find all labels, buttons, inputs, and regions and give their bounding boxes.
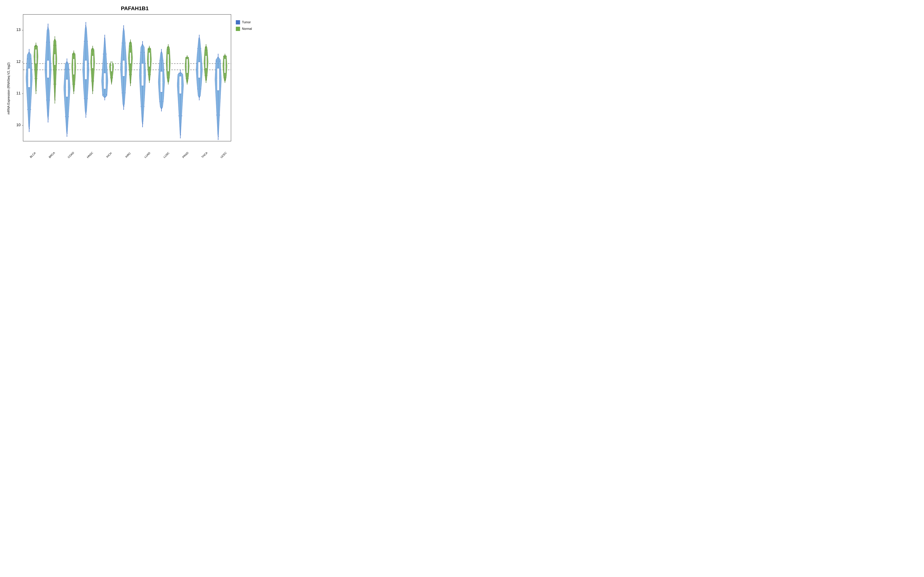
svg-point-200 xyxy=(167,49,168,50)
svg-point-188 xyxy=(159,60,160,61)
svg-point-56 xyxy=(53,45,54,45)
svg-point-21 xyxy=(31,109,31,110)
svg-point-257 xyxy=(218,139,218,140)
svg-point-27 xyxy=(36,42,36,43)
svg-point-69 xyxy=(68,116,69,117)
svg-point-233 xyxy=(199,100,200,100)
svg-point-185 xyxy=(161,111,162,111)
svg-point-30 xyxy=(36,90,37,91)
svg-point-99 xyxy=(92,45,93,46)
svg-point-198 xyxy=(168,81,169,81)
svg-point-238 xyxy=(197,89,198,89)
svg-point-196 xyxy=(168,47,168,48)
svg-point-159 xyxy=(142,41,143,42)
svg-point-197 xyxy=(168,84,169,84)
svg-point-33 xyxy=(37,78,37,79)
svg-point-128 xyxy=(110,61,111,62)
svg-point-57 xyxy=(55,84,56,84)
svg-point-55 xyxy=(55,45,56,45)
svg-point-94 xyxy=(84,98,85,99)
svg-point-126 xyxy=(111,81,112,81)
svg-point-106 xyxy=(91,81,92,81)
y-axis-label: mRNA Expression (RNASeq V2, log2) xyxy=(5,13,13,164)
svg-point-223 xyxy=(188,57,189,58)
svg-point-237 xyxy=(200,89,201,89)
svg-point-91 xyxy=(87,41,88,42)
svg-point-51 xyxy=(55,36,55,37)
svg-point-250 xyxy=(205,75,205,76)
svg-point-209 xyxy=(180,137,181,138)
svg-text:13: 13 xyxy=(16,27,21,32)
svg-point-220 xyxy=(186,58,187,59)
legend-tumor: Tumor xyxy=(236,20,263,24)
chart-title: PAFAH1B1 xyxy=(5,3,265,13)
svg-text:10: 10 xyxy=(16,122,21,127)
svg-point-113 xyxy=(104,100,105,100)
svg-point-258 xyxy=(218,136,219,137)
svg-point-199 xyxy=(169,49,170,50)
svg-point-175 xyxy=(150,49,151,50)
svg-point-67 xyxy=(68,69,69,69)
svg-point-234 xyxy=(199,97,200,97)
legend-normal-label: Normal xyxy=(242,27,252,31)
svg-point-222 xyxy=(187,81,188,81)
svg-point-75 xyxy=(73,50,74,51)
svg-point-269 xyxy=(225,82,225,83)
svg-point-186 xyxy=(162,108,162,108)
svg-point-138 xyxy=(124,106,124,106)
svg-point-87 xyxy=(86,22,86,23)
svg-text:11: 11 xyxy=(16,91,21,95)
svg-rect-179 xyxy=(160,71,163,92)
svg-point-118 xyxy=(103,94,103,95)
chart-area: mRNA Expression (RNASeq V2, log2) xyxy=(5,13,265,164)
svg-point-54 xyxy=(55,100,56,100)
svg-point-45 xyxy=(49,100,50,100)
svg-point-207 xyxy=(180,69,181,70)
svg-rect-167 xyxy=(149,52,150,66)
svg-rect-23 xyxy=(35,49,37,63)
svg-point-150 xyxy=(131,82,131,83)
svg-point-195 xyxy=(168,44,169,45)
svg-point-32 xyxy=(34,45,35,46)
svg-point-214 xyxy=(178,115,179,116)
svg-point-243 xyxy=(205,44,206,45)
svg-point-76 xyxy=(73,54,74,55)
svg-point-213 xyxy=(181,115,182,116)
svg-point-160 xyxy=(142,44,143,45)
svg-point-66 xyxy=(67,133,68,134)
svg-point-78 xyxy=(74,90,74,91)
svg-point-16 xyxy=(28,52,29,53)
svg-point-103 xyxy=(94,50,94,51)
svg-point-124 xyxy=(111,64,111,65)
svg-point-46 xyxy=(46,100,47,100)
svg-point-65 xyxy=(66,136,67,137)
svg-point-148 xyxy=(130,42,131,43)
svg-point-68 xyxy=(65,69,66,69)
svg-point-184 xyxy=(161,52,162,53)
svg-point-31 xyxy=(37,45,37,46)
svg-point-135 xyxy=(123,25,124,26)
svg-point-232 xyxy=(199,38,199,39)
svg-point-137 xyxy=(123,109,124,110)
svg-rect-191 xyxy=(168,54,169,71)
legend: Tumor Normal xyxy=(234,13,265,164)
svg-point-140 xyxy=(122,42,123,43)
svg-point-260 xyxy=(216,61,217,61)
svg-rect-83 xyxy=(85,60,87,79)
svg-point-41 xyxy=(48,122,48,122)
svg-point-274 xyxy=(223,77,224,78)
svg-point-20 xyxy=(27,58,28,59)
svg-point-70 xyxy=(65,116,66,117)
svg-point-104 xyxy=(91,50,92,51)
svg-point-88 xyxy=(85,25,86,26)
svg-point-79 xyxy=(74,55,75,55)
svg-point-161 xyxy=(142,126,143,127)
svg-point-189 xyxy=(163,101,163,102)
svg-point-116 xyxy=(103,54,103,55)
svg-point-102 xyxy=(93,90,94,91)
svg-point-201 xyxy=(169,77,170,78)
svg-point-100 xyxy=(92,49,93,50)
svg-point-141 xyxy=(125,92,126,93)
svg-point-139 xyxy=(125,42,126,43)
svg-point-149 xyxy=(130,85,131,86)
